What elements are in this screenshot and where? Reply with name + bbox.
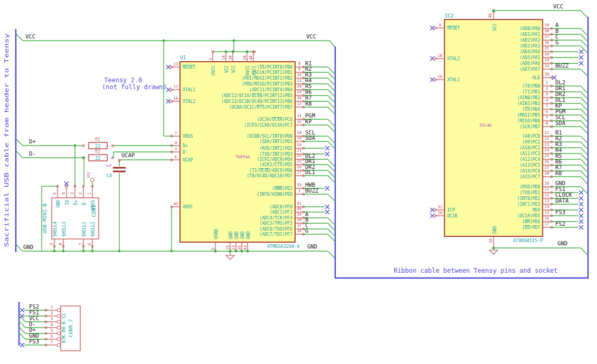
pin-number: 15 bbox=[544, 210, 549, 215]
pin-name: (SS)PB4 bbox=[522, 107, 540, 112]
c4-value[interactable]: 1uF bbox=[105, 164, 112, 168]
pin-number: 34 bbox=[228, 55, 233, 60]
vcc-power-flag bbox=[91, 178, 94, 182]
r3-reference[interactable]: R3 bbox=[95, 149, 100, 154]
pin-number: 32 bbox=[544, 63, 549, 68]
pin-number: 19 bbox=[297, 136, 301, 140]
wire-segment[interactable] bbox=[16, 139, 23, 146]
net-label-G[interactable]: G bbox=[305, 227, 308, 234]
pin-name: UGND bbox=[214, 229, 219, 239]
pin-number: 2 bbox=[51, 311, 53, 315]
pin-number: 40 bbox=[488, 13, 492, 18]
pin-name: (AD0)PA0 bbox=[519, 26, 540, 31]
u1-part-name[interactable]: ATMEGA32U4-A bbox=[267, 244, 299, 249]
bus-entry bbox=[19, 321, 25, 328]
pin-number: 20 bbox=[297, 142, 302, 147]
conn7-reference[interactable]: CONN_7 bbox=[68, 319, 73, 337]
ic2-part-name[interactable]: AT90S8515-P bbox=[513, 238, 543, 243]
no-connect-icon bbox=[430, 26, 434, 30]
wire-segment[interactable] bbox=[328, 251, 335, 258]
pin-name: UCAP bbox=[183, 158, 193, 162]
net-label-KP[interactable]: KP bbox=[305, 118, 312, 124]
net-label-GND[interactable]: GND bbox=[557, 240, 567, 246]
net-label-UCAP[interactable]: UCAP bbox=[121, 152, 135, 158]
wire-segment[interactable] bbox=[16, 151, 23, 158]
pin-number: 28 bbox=[544, 171, 549, 176]
net-label-D-[interactable]: D- bbox=[29, 150, 36, 157]
pin-name: AREF bbox=[183, 205, 193, 209]
r2-value[interactable]: 22 bbox=[95, 143, 100, 149]
net-label-FS3[interactable]: FS3 bbox=[29, 338, 39, 344]
wire-segment[interactable] bbox=[581, 11, 588, 18]
no-connect-icon bbox=[20, 308, 24, 312]
pin-number: 30 bbox=[544, 72, 549, 76]
net-label-GND[interactable]: GND bbox=[307, 243, 317, 250]
net-label-GND[interactable]: GND bbox=[23, 244, 33, 250]
junction-dot bbox=[232, 51, 234, 53]
pin-name: SHELL4 bbox=[53, 222, 58, 237]
c4-reference[interactable]: C4 bbox=[107, 173, 112, 178]
r3-value[interactable]: 22 bbox=[95, 156, 100, 161]
pin-number: 33 bbox=[544, 58, 549, 62]
net-label-DATA[interactable]: DATA bbox=[555, 197, 569, 204]
net-label-VCC[interactable]: VCC bbox=[306, 33, 316, 40]
junction-dot bbox=[62, 250, 65, 253]
ground-symbol bbox=[489, 250, 498, 254]
net-label-FS2[interactable]: FS2 bbox=[555, 221, 565, 227]
pin-name: (T1)PB1 bbox=[522, 90, 540, 94]
junction-dot bbox=[53, 250, 56, 253]
r2-reference[interactable]: R2 bbox=[95, 137, 100, 142]
pin-number: 7 bbox=[546, 115, 548, 120]
wire-segment[interactable] bbox=[581, 248, 588, 255]
pin-number: 14 bbox=[544, 204, 549, 209]
net-label-G[interactable]: G bbox=[555, 39, 558, 45]
bus-entry bbox=[328, 95, 335, 103]
net-label-SDA[interactable]: SDA bbox=[305, 135, 316, 141]
wire-segment[interactable] bbox=[16, 244, 23, 251]
pin-name: (INT6/AIN0)PE6 bbox=[257, 192, 293, 197]
pin-number: 1 bbox=[51, 305, 53, 310]
net-label-FS3[interactable]: FS3 bbox=[555, 209, 565, 215]
net-label-BUZZ[interactable]: BUZZ bbox=[555, 62, 568, 69]
con1-part-name[interactable]: USB-MINI-B bbox=[42, 203, 48, 233]
pin-number: 6 bbox=[175, 155, 177, 159]
conn7-pad bbox=[57, 314, 60, 318]
pin-number: 14 bbox=[221, 55, 226, 60]
wire-segment[interactable] bbox=[16, 34, 23, 41]
pin-name: (TXD/INT3)PD3 bbox=[259, 152, 292, 157]
pin-name: VCC bbox=[492, 23, 497, 31]
net-label-BUZZ[interactable]: BUZZ bbox=[305, 187, 318, 194]
pin-name: GND bbox=[240, 231, 245, 239]
net-label-VCC[interactable]: VCC bbox=[25, 33, 35, 40]
net-label-R8[interactable]: R8 bbox=[555, 170, 562, 176]
pin-number: 3 bbox=[175, 147, 177, 151]
pin-name: ICP bbox=[447, 208, 455, 213]
pin-number: 32 bbox=[297, 119, 301, 124]
no-connect-icon bbox=[579, 202, 583, 206]
conn7-pad bbox=[57, 309, 60, 312]
pin-name: UVCC bbox=[211, 65, 216, 75]
pin-name: (A8)PC0 bbox=[522, 134, 540, 139]
net-label-SDA[interactable]: SDA bbox=[555, 120, 566, 126]
pin-name: (ADC11/PCINT4)PB4 bbox=[249, 88, 292, 92]
pin-number: 27 bbox=[544, 165, 549, 170]
ground-symbol bbox=[226, 255, 234, 260]
conn7-part-name[interactable]: B7K-PH-K-S1 bbox=[61, 313, 67, 343]
no-connect-icon bbox=[579, 190, 583, 195]
net-label-R8[interactable]: R8 bbox=[305, 100, 312, 107]
pin-name: (ADC1)PF1 bbox=[270, 210, 293, 215]
ic2-reference[interactable]: IC2 bbox=[444, 13, 453, 18]
pin-number: 34 bbox=[544, 52, 549, 56]
wire-segment[interactable] bbox=[330, 41, 335, 47]
no-connect-icon bbox=[325, 186, 329, 190]
u1-reference[interactable]: U1 bbox=[180, 54, 186, 60]
pin-name: (SCK)PB7 bbox=[519, 124, 540, 129]
pin-name: GND bbox=[229, 231, 233, 239]
net-label-DL1[interactable]: DL1 bbox=[305, 169, 315, 175]
net-label-D+[interactable]: D+ bbox=[29, 138, 36, 145]
pin-name: GND bbox=[56, 200, 61, 208]
bus-entry bbox=[581, 98, 588, 105]
pin-name: D+ bbox=[73, 200, 78, 205]
net-label-VCC[interactable]: VCC bbox=[553, 3, 563, 9]
pin-number: 38 bbox=[297, 217, 302, 222]
